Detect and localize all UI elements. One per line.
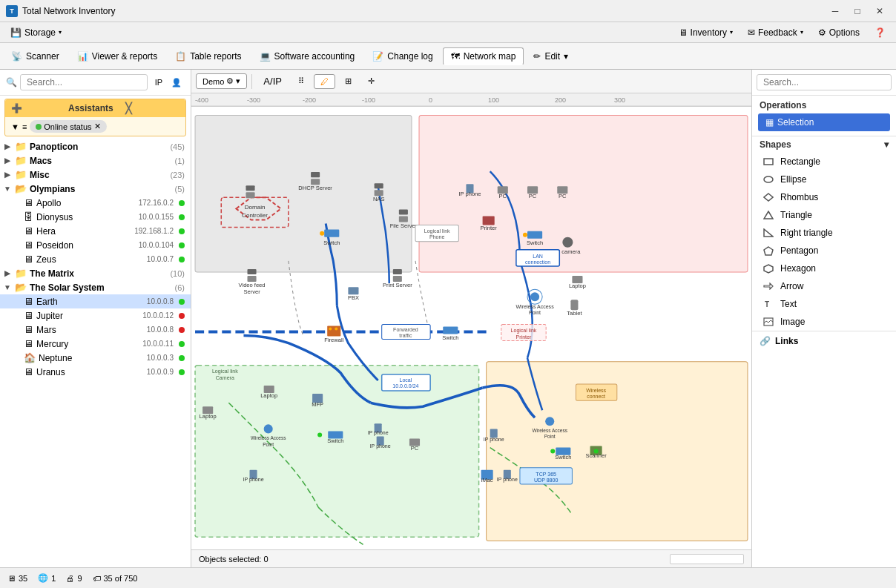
pentagon-icon — [762, 245, 774, 257]
expand-icon: ▶ — [3, 171, 12, 179]
svg-text:Switch: Switch — [323, 240, 340, 246]
close-button[interactable]: ✕ — [869, 3, 890, 19]
shape-rectangle[interactable]: Rectangle — [752, 153, 896, 171]
status-dot — [179, 228, 185, 234]
right-panel-search-input[interactable] — [757, 74, 892, 90]
svg-text:200: 200 — [555, 96, 566, 104]
tree-item-mercury[interactable]: 🖥 Mercury 10.0.0.11 — [0, 337, 191, 351]
pc-icon: 🖥 — [24, 338, 33, 349]
menu-feedback[interactable]: ✉ Feedback ▾ — [740, 25, 811, 40]
sidebar-search-input[interactable] — [20, 74, 148, 90]
menu-inventory[interactable]: 🖥 Inventory ▾ — [671, 25, 740, 40]
sidebar-tree: ▶ 📁 Panopticon (45) ▶ 📁 Macs (1) ▶ 📁 Mis… — [0, 139, 191, 567]
online-status-filter[interactable]: Online status ✕ — [30, 120, 106, 133]
main-layout: 🔍 IP 👤 ➕ Assistants ╳ ▼ ≡ Online status … — [0, 70, 896, 567]
assistants-close-button[interactable]: ╳ — [125, 102, 179, 114]
right-panel-search — [752, 70, 896, 96]
svg-text:traffic: traffic — [399, 333, 412, 338]
sidebar-ip-sort-button[interactable]: IP — [151, 74, 167, 90]
table-icon: 📋 — [175, 51, 186, 62]
svg-point-64 — [530, 292, 539, 301]
svg-text:Logical link: Logical link — [424, 228, 450, 234]
svg-text:Controller: Controller — [242, 212, 268, 219]
tree-item-dionysus[interactable]: 🗄 Dionysus 10.0.0.155 — [0, 210, 191, 224]
pc-icon: 🖥 — [24, 366, 33, 377]
shape-right-triangle[interactable]: Right triangle — [752, 224, 896, 242]
tab-edit[interactable]: ✏ Edit ▾ — [525, 47, 576, 65]
highlight-button[interactable]: 🖊 — [314, 74, 335, 89]
svg-text:PC: PC — [411, 445, 419, 452]
shape-rhombus[interactable]: Rhombus — [752, 188, 896, 206]
edit-icon: ✏ — [533, 51, 541, 62]
tree-group-olympians[interactable]: ▼ 📂 Olympians (5) — [0, 182, 191, 196]
menu-options[interactable]: ⚙ Options — [811, 25, 867, 40]
pc-icon: 🖥 — [24, 197, 33, 208]
svg-text:Logical link: Logical link — [511, 328, 537, 334]
zoom-slider[interactable] — [670, 554, 744, 564]
map-canvas[interactable]: Domain Controller DHCP Server NAS Switch — [191, 107, 751, 549]
svg-rect-23 — [375, 190, 383, 196]
center-button[interactable]: ✛ — [361, 73, 381, 89]
svg-marker-132 — [764, 229, 773, 237]
status-dot — [179, 327, 185, 333]
tree-item-apollo[interactable]: 🖥 Apollo 172.16.0.2 — [0, 196, 191, 210]
svg-text:IP phone: IP phone — [243, 477, 264, 483]
pc-icon: 🖥 — [24, 324, 33, 335]
shape-hexagon[interactable]: Hexagon — [752, 260, 896, 277]
tree-group-misc[interactable]: ▶ 📁 Misc (23) — [0, 168, 191, 182]
tree-group-solar-system[interactable]: ▼ 📂 The Solar System (6) — [0, 280, 191, 294]
shapes-collapse-icon[interactable]: ▾ — [884, 139, 889, 150]
tab-viewer-reports[interactable]: 📊 Viewer & reports — [69, 47, 165, 65]
menu-help[interactable]: ❓ — [867, 25, 893, 40]
tab-table-reports[interactable]: 📋 Table reports — [167, 47, 249, 65]
minimize-button[interactable]: ─ — [825, 3, 846, 19]
svg-point-125 — [594, 449, 599, 454]
network-status-icon: 🌐 — [38, 573, 48, 583]
shape-ellipse[interactable]: Ellipse — [752, 171, 896, 188]
software-icon: 💻 — [260, 51, 271, 62]
grid-toggle-button[interactable]: ⠿ — [291, 73, 311, 89]
svg-text:Switch: Switch — [442, 334, 458, 341]
tree-item-hera[interactable]: 🖥 Hera 192.168.1.2 — [0, 224, 191, 238]
tree-item-earth[interactable]: 🖥 Earth 10.0.0.8 — [0, 294, 191, 308]
folder-icon: 📂 — [15, 183, 27, 194]
tree-group-macs[interactable]: ▶ 📁 Macs (1) — [0, 153, 191, 168]
svg-marker-133 — [764, 247, 773, 255]
menu-storage[interactable]: 💾 Storage ▾ — [3, 25, 69, 40]
maximize-button[interactable]: □ — [847, 3, 868, 19]
tree-item-mars[interactable]: 🖥 Mars 10.0.0.8 — [0, 323, 191, 337]
tree-item-uranus[interactable]: 🖥 Uranus 10.0.0.9 — [0, 365, 191, 379]
selection-button[interactable]: ▦ Selection — [758, 113, 890, 131]
tree-group-matrix[interactable]: ▶ 📁 The Matrix (10) — [0, 266, 191, 280]
scanner-icon: 📡 — [11, 51, 22, 62]
tree-item-zeus[interactable]: 🖥 Zeus 10.0.0.7 — [0, 252, 191, 266]
tab-scanner[interactable]: 📡 Scanner — [3, 47, 67, 65]
shape-triangle[interactable]: Triangle — [752, 206, 896, 224]
menu-bar: 💾 Storage ▾ 🖥 Inventory ▾ ✉ Feedback ▾ ⚙… — [0, 22, 896, 43]
svg-point-129 — [764, 176, 773, 182]
shape-text[interactable]: T Text — [752, 295, 896, 313]
svg-text:Print Server: Print Server — [383, 282, 412, 288]
svg-point-127 — [317, 432, 322, 437]
demo-dropdown[interactable]: Demo ⚙ ▾ — [196, 73, 247, 89]
tree-item-jupiter[interactable]: 🖥 Jupiter 10.0.0.12 — [0, 308, 191, 323]
shape-arrow[interactable]: Arrow — [752, 277, 896, 295]
tree-group-panopticon[interactable]: ▶ 📁 Panopticon (45) — [0, 139, 191, 153]
svg-rect-29 — [399, 217, 408, 222]
tab-software-accounting[interactable]: 💻 Software accounting — [251, 47, 363, 65]
map-type-icon-button[interactable]: A/IP — [257, 73, 289, 90]
svg-rect-39 — [348, 287, 358, 294]
app-icon: T — [6, 5, 18, 17]
toolbar: 📡 Scanner 📊 Viewer & reports 📋 Table rep… — [0, 43, 896, 70]
tab-network-map[interactable]: 🗺 Network map — [443, 47, 524, 65]
assistants-header[interactable]: ➕ Assistants ╳ — [5, 99, 185, 117]
shape-image[interactable]: Image — [752, 313, 896, 331]
select-all-button[interactable]: ⊞ — [338, 73, 358, 89]
tab-change-log[interactable]: 📝 Change log — [364, 47, 441, 65]
sidebar-add-button[interactable]: 👤 — [168, 74, 185, 90]
svg-text:Phone: Phone — [429, 234, 444, 240]
shape-pentagon[interactable]: Pentagon — [752, 242, 896, 260]
status-dot — [179, 369, 185, 375]
tree-item-neptune[interactable]: 🏠 Neptune 10.0.0.3 — [0, 351, 191, 365]
tree-item-poseidon[interactable]: 🖥 Poseidon 10.0.0.104 — [0, 238, 191, 252]
